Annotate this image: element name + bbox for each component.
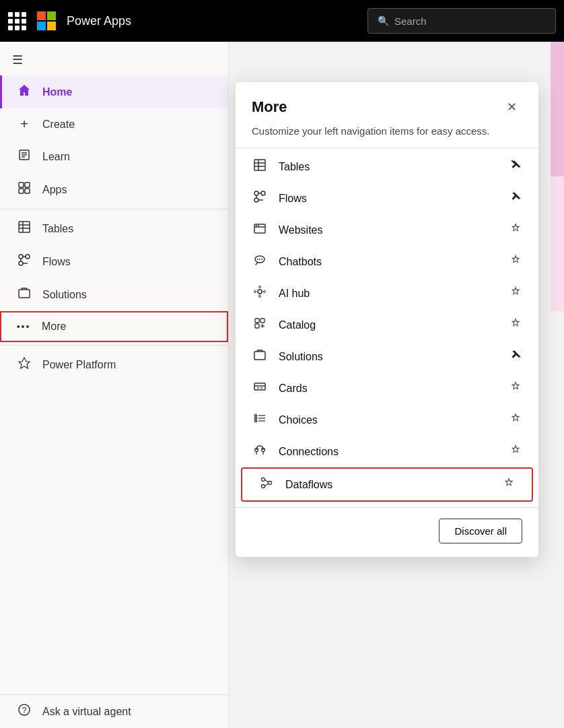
svg-rect-44 <box>260 319 265 323</box>
sidebar-item-ask-agent[interactable]: ? Ask a virtual agent <box>0 694 228 728</box>
panel-item-ai-hub[interactable]: AI hub <box>236 277 538 309</box>
panel-item-connections-pin[interactable] <box>510 444 522 459</box>
panel-item-websites-pin[interactable] <box>510 222 522 238</box>
sidebar-item-create[interactable]: + Create <box>0 108 228 140</box>
svg-point-29 <box>258 225 259 226</box>
hamburger-menu[interactable]: ☰ <box>0 44 228 75</box>
more-panel-close-button[interactable]: ✕ <box>501 97 522 117</box>
svg-point-33 <box>261 259 262 260</box>
more-panel-footer: Discover all <box>236 507 538 546</box>
app-launcher-icon[interactable] <box>8 12 26 30</box>
panel-item-solutions-pin[interactable] <box>510 349 522 364</box>
svg-point-37 <box>254 291 256 293</box>
sidebar-divider-2 <box>0 345 228 345</box>
panel-item-ai-hub-label: AI hub <box>279 288 499 300</box>
create-icon: + <box>17 117 32 132</box>
discover-all-button[interactable]: Discover all <box>439 519 522 543</box>
svg-rect-48 <box>254 352 265 360</box>
sidebar-item-home[interactable]: Home <box>0 75 228 108</box>
svg-rect-45 <box>255 324 259 328</box>
svg-rect-43 <box>255 319 259 323</box>
svg-point-38 <box>264 291 266 293</box>
panel-item-flows[interactable]: Flows <box>236 183 538 214</box>
panel-item-websites-label: Websites <box>279 224 499 236</box>
sidebar-item-ask-agent-label: Ask a virtual agent <box>42 706 131 718</box>
apps-icon <box>17 181 32 198</box>
svg-point-32 <box>259 259 260 260</box>
sidebar-item-apps[interactable]: Apps <box>0 173 228 206</box>
sidebar: ☰ Home + Create <box>0 42 229 728</box>
panel-item-catalog-pin[interactable] <box>510 317 522 333</box>
panel-item-tables-label: Tables <box>279 161 499 173</box>
panel-item-choices-label: Choices <box>279 414 499 426</box>
help-icon: ? <box>17 703 32 720</box>
svg-point-13 <box>26 255 30 259</box>
panel-item-cards[interactable]: Cards <box>236 372 538 404</box>
more-panel: More ✕ Customize your left navigation it… <box>236 82 538 557</box>
svg-point-28 <box>256 225 257 226</box>
panel-item-dataflows[interactable]: Dataflows <box>241 467 533 502</box>
svg-line-69 <box>265 479 269 482</box>
search-input[interactable] <box>394 15 546 27</box>
panel-item-cards-label: Cards <box>279 383 499 395</box>
sidebar-item-power-platform-label: Power Platform <box>42 359 116 371</box>
panel-item-catalog-label: Catalog <box>279 319 499 331</box>
sidebar-item-create-label: Create <box>42 119 75 131</box>
sidebar-item-solutions-label: Solutions <box>42 289 87 301</box>
svg-point-66 <box>262 478 265 482</box>
svg-point-68 <box>262 485 265 488</box>
panel-item-chatbots-pin[interactable] <box>510 254 522 269</box>
solutions-icon <box>17 286 32 303</box>
sidebar-item-tables[interactable]: Tables <box>0 212 228 245</box>
tables-icon <box>17 220 32 237</box>
panel-item-flows-pin[interactable] <box>510 191 522 206</box>
learn-icon <box>17 148 32 165</box>
panel-cards-icon <box>252 380 268 397</box>
svg-rect-18 <box>254 160 265 170</box>
svg-point-34 <box>258 290 262 294</box>
more-panel-divider <box>236 147 538 148</box>
panel-ai-hub-icon <box>252 285 268 302</box>
panel-item-ai-hub-pin[interactable] <box>510 286 522 301</box>
panel-solutions-icon <box>252 348 268 365</box>
panel-item-choices-pin[interactable] <box>510 412 522 428</box>
app-brand-label: Power Apps <box>67 14 131 28</box>
svg-rect-8 <box>19 222 30 232</box>
more-icon: ••• <box>16 321 31 332</box>
svg-point-67 <box>269 482 272 485</box>
sidebar-item-flows[interactable]: Flows <box>0 245 228 278</box>
microsoft-logo <box>37 11 56 30</box>
search-box[interactable]: 🔍 <box>367 8 556 34</box>
svg-text:?: ? <box>22 706 27 715</box>
panel-item-connections[interactable]: Connections <box>236 436 538 467</box>
sidebar-item-solutions[interactable]: Solutions <box>0 278 228 311</box>
panel-connections-icon <box>252 443 268 460</box>
svg-point-36 <box>259 296 261 298</box>
power-platform-icon <box>17 356 32 373</box>
more-panel-description: Customize your left navigation items for… <box>236 124 538 147</box>
svg-point-24 <box>261 191 265 195</box>
svg-rect-7 <box>25 189 30 193</box>
sidebar-item-learn-label: Learn <box>42 151 70 163</box>
sidebar-item-more[interactable]: ••• More <box>0 311 228 342</box>
panel-item-cards-pin[interactable] <box>510 380 522 396</box>
panel-item-dataflows-label: Dataflows <box>285 479 493 491</box>
panel-item-catalog[interactable]: Catalog <box>236 309 538 341</box>
panel-item-websites[interactable]: Websites <box>236 214 538 246</box>
panel-item-solutions[interactable]: Solutions <box>236 341 538 372</box>
sidebar-divider-1 <box>0 209 228 209</box>
sidebar-item-power-platform[interactable]: Power Platform <box>0 348 228 381</box>
sidebar-item-learn[interactable]: Learn <box>0 140 228 173</box>
panel-flows-icon <box>252 190 268 207</box>
sidebar-item-more-label: More <box>42 321 66 333</box>
svg-rect-6 <box>19 189 24 193</box>
svg-point-35 <box>259 286 261 288</box>
panel-item-chatbots[interactable]: Chatbots <box>236 246 538 277</box>
panel-item-choices[interactable]: Choices <box>236 404 538 436</box>
panel-item-tables[interactable]: Tables <box>236 151 538 183</box>
flows-icon <box>17 253 32 270</box>
panel-item-dataflows-pin[interactable] <box>503 477 516 492</box>
sidebar-item-flows-label: Flows <box>42 256 71 268</box>
svg-point-12 <box>19 255 23 259</box>
panel-item-tables-pin[interactable] <box>510 159 522 174</box>
